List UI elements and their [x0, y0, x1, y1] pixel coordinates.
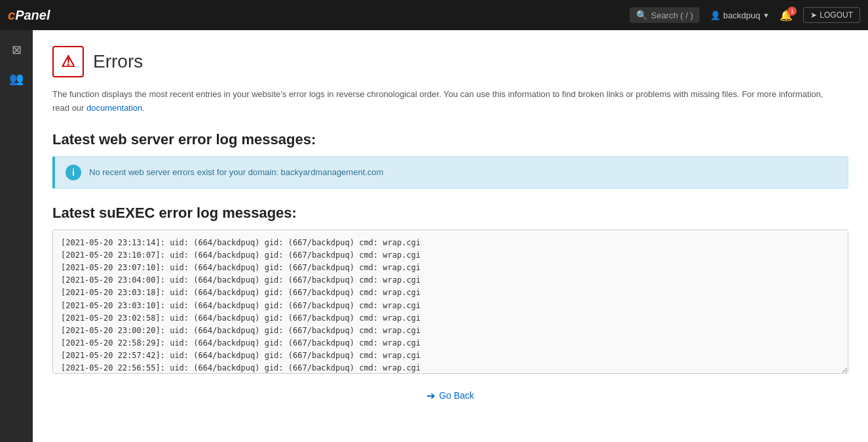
log-line: [2021-05-20 23:04:00]: uid: (664/backdpu…: [61, 274, 840, 287]
suexec-section-heading: Latest suEXEC error log messages:: [52, 205, 848, 222]
log-line: [2021-05-20 23:03:10]: uid: (664/backdpu…: [61, 300, 840, 312]
page-title: Errors: [93, 51, 143, 72]
main-content: ⚠ Errors The function displays the most …: [33, 30, 868, 442]
grid-icon: ⊠: [12, 43, 22, 57]
logout-icon: ➤: [810, 10, 817, 20]
page-header: ⚠ Errors: [52, 46, 848, 77]
info-icon: i: [66, 165, 81, 180]
description-text-1: The function displays the most recent en…: [52, 89, 823, 113]
web-server-section-heading: Latest web server error log messages:: [52, 131, 848, 148]
notification-badge: 1: [787, 7, 797, 16]
log-line: [2021-05-20 22:56:55]: uid: (664/backdpu…: [61, 362, 840, 373]
error-icon: ⚠: [61, 52, 75, 71]
documentation-link[interactable]: documentation: [86, 103, 142, 113]
log-line: [2021-05-20 22:58:29]: uid: (664/backdpu…: [61, 337, 840, 350]
log-line: [2021-05-20 23:10:07]: uid: (664/backdpu…: [61, 249, 840, 262]
chevron-down-icon: ▼: [763, 12, 769, 19]
description-text-2: .: [142, 103, 145, 113]
sidebar: ⊠ 👥: [0, 30, 33, 442]
log-line: [2021-05-20 23:00:20]: uid: (664/backdpu…: [61, 325, 840, 337]
notifications-bell[interactable]: 🔔 1: [780, 9, 793, 22]
go-back-button[interactable]: ➔ Go Back: [426, 390, 474, 402]
navbar: cPanel 🔍 Search ( / ) 👤 backdpuq ▼ 🔔 1 ➤…: [0, 0, 868, 30]
logout-button[interactable]: ➤ LOGOUT: [803, 7, 860, 23]
sidebar-item-users[interactable]: 👥: [3, 66, 29, 92]
log-line: [2021-05-20 23:07:10]: uid: (664/backdpu…: [61, 262, 840, 274]
user-menu[interactable]: 👤 backdpuq ▼: [710, 10, 769, 20]
username: backdpuq: [723, 10, 760, 20]
log-line: [2021-05-20 23:13:14]: uid: (664/backdpu…: [61, 237, 840, 249]
log-line: [2021-05-20 23:03:18]: uid: (664/backdpu…: [61, 287, 840, 299]
brand-logo[interactable]: cPanel: [8, 8, 50, 23]
user-icon: 👤: [710, 10, 721, 20]
suexec-log[interactable]: [2021-05-20 23:13:14]: uid: (664/backdpu…: [52, 230, 848, 374]
info-box-text: No recent web server errors exist for yo…: [89, 167, 383, 177]
arrow-left-icon: ➔: [426, 390, 435, 402]
search-placeholder: Search ( / ): [651, 10, 693, 20]
go-back-label: Go Back: [439, 390, 474, 401]
log-line: [2021-05-20 23:02:58]: uid: (664/backdpu…: [61, 312, 840, 325]
logout-label: LOGOUT: [820, 10, 853, 20]
page-icon: ⚠: [52, 46, 84, 77]
go-back-section: ➔ Go Back: [52, 390, 848, 402]
search-bar[interactable]: 🔍 Search ( / ): [630, 7, 700, 23]
log-line: [2021-05-20 22:57:42]: uid: (664/backdpu…: [61, 350, 840, 362]
sidebar-item-grid[interactable]: ⊠: [3, 37, 29, 63]
page-description: The function displays the most recent en…: [52, 88, 839, 115]
search-icon: 🔍: [636, 10, 647, 20]
users-icon: 👥: [9, 71, 24, 86]
info-box: i No recent web server errors exist for …: [52, 156, 848, 189]
